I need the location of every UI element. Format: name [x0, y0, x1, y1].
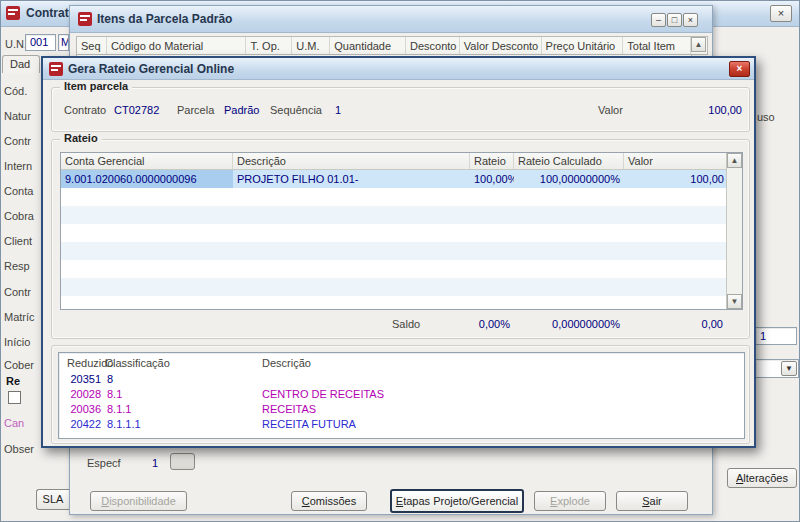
renovacao-checkbox[interactable]	[8, 391, 21, 404]
cell-valor: 100,00	[624, 170, 728, 188]
form-label-contrato: Contr	[4, 135, 31, 147]
column-header-desconto: Desconto	[406, 37, 460, 54]
cell-conta-gerencial: 9.001.020060.0000000096	[61, 170, 233, 188]
cancelamento-label: Can	[4, 417, 24, 429]
close-icon: ×	[778, 7, 784, 19]
form-label-contrato2: Contr	[4, 286, 31, 298]
combobox-dropdown-button[interactable]: ▼	[781, 361, 797, 376]
especif-value: 1	[152, 457, 158, 469]
sair-button[interactable]: Sair	[616, 491, 688, 511]
un-description-field[interactable]: M	[58, 34, 69, 51]
especif-ellipsis-button[interactable]	[170, 453, 195, 470]
disponibilidade-button[interactable]: Disponibilidade	[90, 491, 187, 511]
classificacao-group: Reduzido Classificação Descrição 20351 8…	[51, 345, 750, 444]
observacao-label: Obser	[4, 443, 34, 455]
cell-descricao: PROJETO FILHO 01.01-	[233, 170, 470, 188]
column-header-preco-unitario: Preço Unitário	[542, 37, 624, 54]
itens-titlebar[interactable]: Itens da Parcela Padrão	[70, 6, 712, 33]
valor-label: Valor	[598, 104, 623, 116]
scroll-up-icon[interactable]: ▲	[691, 37, 706, 52]
scroll-down-icon[interactable]: ▼	[727, 294, 742, 309]
un-label: U.N.	[5, 38, 27, 50]
close-icon: ×	[688, 15, 693, 25]
column-header-conta-gerencial: Conta Gerencial	[61, 153, 233, 169]
saldo-rateio-calculado-value: 0,00000000%	[476, 318, 620, 330]
form-label-codigo: Cód.	[4, 85, 27, 97]
screen: Contratos × U.N. 001 M Dad Cód. Natur Co…	[0, 0, 800, 522]
tab-dados[interactable]: Dad	[2, 55, 40, 73]
contrato-value: CT02782	[114, 104, 159, 116]
scroll-up-icon[interactable]: ▲	[727, 153, 742, 168]
rateio-selected-row[interactable]: 9.001.020060.0000000096 PROJETO FILHO 01…	[61, 170, 728, 188]
sla-button[interactable]: SLA	[36, 489, 69, 510]
form-label-cliente: Client	[4, 235, 32, 247]
uso-label-fragment: uso	[757, 111, 775, 123]
valor-value: 100,00	[652, 104, 742, 116]
parcela-value: Padrão	[224, 104, 259, 116]
etapas-projeto-gerencial-button[interactable]: Etapas Projeto/Gerencial	[390, 489, 524, 513]
minimize-icon: –	[656, 15, 661, 25]
rateio-dialog: Gera Rateio Gerencial Online × Item parc…	[41, 56, 756, 448]
rateio-group-label: Rateio	[60, 132, 102, 144]
column-header-rateio: Rateio	[470, 153, 514, 169]
column-header-quantidade: Quantidade	[330, 37, 406, 54]
form-label-natureza: Natur	[4, 110, 31, 122]
item-parcela-group-label: Item parcela	[60, 80, 132, 92]
column-header-valor: Valor	[624, 153, 728, 169]
parcela-label: Parcela	[177, 104, 214, 116]
restore-icon: □	[672, 15, 677, 25]
column-header-total-item: Total Item	[623, 37, 691, 54]
column-header-top: T. Op.	[246, 37, 292, 54]
totvs-logo-icon	[78, 12, 92, 26]
saldo-valor-value: 0,00	[632, 318, 723, 330]
classificacao-row[interactable]: 20028 8.1 CENTRO DE RECEITAS	[59, 388, 744, 403]
itens-restore-button[interactable]: □	[667, 13, 682, 27]
comissoes-button[interactable]: Comissões	[291, 491, 367, 511]
totvs-logo-icon	[6, 6, 20, 20]
itens-minimize-button[interactable]: –	[651, 13, 666, 27]
sequencia-value: 1	[335, 104, 341, 116]
column-header-descricao: Descrição	[262, 357, 311, 369]
explode-button[interactable]: Explode	[534, 491, 606, 511]
column-header-classificacao: Classificação	[105, 357, 170, 369]
rateio-dialog-close-button[interactable]: ×	[729, 61, 750, 77]
rateio-dialog-titlebar[interactable]: Gera Rateio Gerencial Online ×	[43, 58, 754, 80]
contrato-label: Contrato	[64, 104, 106, 116]
especif-label: Especf	[87, 457, 121, 469]
itens-grid-scrollbar[interactable]: ▲	[691, 37, 707, 54]
itens-grid-header: Seq Código do Material T. Op. U.M. Quant…	[76, 36, 708, 55]
form-label-conta: Conta	[4, 185, 33, 197]
sequencia-label: Sequência	[270, 104, 322, 116]
un-field[interactable]: 001	[25, 34, 56, 51]
totvs-logo-icon	[49, 62, 63, 76]
form-label-inicio: Início	[4, 336, 30, 348]
classificacao-list: Reduzido Classificação Descrição 20351 8…	[58, 352, 745, 439]
itens-window-title: Itens da Parcela Padrão	[97, 12, 232, 26]
right-number-field[interactable]: 1	[755, 327, 797, 345]
form-label-matricula: Matríc	[4, 311, 35, 323]
rateio-grid-empty-rows	[61, 188, 728, 309]
form-label-cobertura: Cober	[4, 359, 34, 371]
chevron-down-icon: ▼	[785, 364, 793, 373]
column-header-seq: Seq	[77, 37, 107, 54]
classificacao-row[interactable]: 20036 8.1.1 RECEITAS	[59, 403, 744, 418]
contratos-close-button[interactable]: ×	[770, 5, 792, 22]
column-header-rateio-calculado: Rateio Calculado	[514, 153, 624, 169]
rateio-grid: Conta Gerencial Descrição Rateio Rateio …	[60, 152, 743, 310]
form-label-resp: Resp	[4, 260, 30, 272]
classificacao-row[interactable]: 20422 8.1.1.1 RECEITA FUTURA	[59, 418, 744, 433]
column-header-descricao: Descrição	[233, 153, 470, 169]
rateio-group: Rateio Conta Gerencial Descrição Rateio …	[51, 139, 750, 339]
rateio-grid-scrollbar[interactable]: ▲ ▼	[726, 153, 742, 309]
item-parcela-group: Item parcela Contrato CT02782 Parcela Pa…	[51, 87, 750, 132]
column-header-um: U.M.	[292, 37, 330, 54]
classificacao-row[interactable]: 20351 8	[59, 373, 744, 388]
saldo-label: Saldo	[392, 318, 420, 330]
cell-rateio: 100,00%	[470, 170, 514, 188]
right-combobox[interactable]: ▼	[755, 359, 799, 378]
form-label-cobranca: Cobra	[4, 210, 34, 222]
alteracoes-button[interactable]: Alterações	[727, 468, 797, 488]
itens-close-button[interactable]: ×	[683, 13, 698, 27]
form-label-interno: Intern	[4, 160, 32, 172]
close-icon: ×	[737, 63, 743, 74]
